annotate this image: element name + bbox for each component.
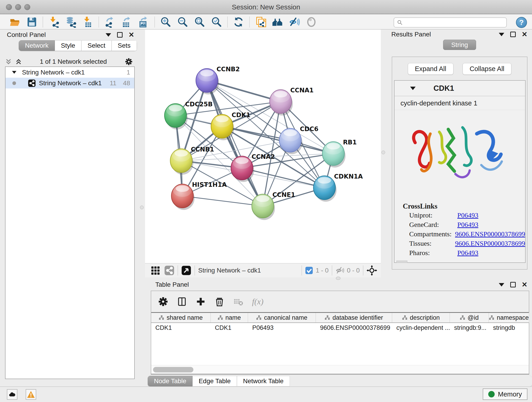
table-panel-menu-icon[interactable] <box>499 283 504 287</box>
table-options-gear-icon[interactable] <box>158 297 168 307</box>
tab-select[interactable]: Select <box>81 40 112 51</box>
crosslink-link[interactable]: 9606.ENSP00000378699 <box>455 240 525 247</box>
warning-button[interactable] <box>26 389 36 400</box>
control-panel-close-icon[interactable]: ✕ <box>128 32 134 38</box>
network-collection-row[interactable]: String Network – cdk1 1 <box>6 67 134 78</box>
table-cell[interactable]: CDK1 <box>151 323 211 333</box>
control-panel-menu-icon[interactable] <box>106 33 111 37</box>
table-panel-close-icon[interactable]: ✕ <box>522 282 527 287</box>
cloud-button[interactable] <box>7 389 17 400</box>
save-session-icon[interactable] <box>25 16 39 28</box>
network-node-CDK1[interactable] <box>211 114 234 140</box>
network-node-CDKN1A[interactable] <box>313 176 336 202</box>
crosslink-link[interactable]: P06493 <box>457 211 478 219</box>
open-session-icon[interactable] <box>8 16 22 28</box>
scrollbar-nub[interactable] <box>396 261 407 263</box>
network-row[interactable]: String Network – cdk1 11 48 <box>6 78 134 89</box>
results-panel-close-icon[interactable]: ✕ <box>522 32 527 37</box>
crosslink-link[interactable]: P06493 <box>457 221 478 229</box>
titlebar[interactable]: Session: New Session <box>0 0 532 14</box>
show-columns-icon[interactable] <box>177 297 187 307</box>
network-node-HIST1H1A[interactable] <box>171 184 195 210</box>
redraw-graph-icon[interactable] <box>231 16 246 28</box>
column-header-name[interactable]: name <box>211 313 248 322</box>
tab-edge-table[interactable]: Edge Table <box>192 376 237 386</box>
tab-node-table[interactable]: Node Table <box>148 376 192 386</box>
scrollbar-thumb[interactable] <box>153 367 193 372</box>
left-splitter-handle[interactable] <box>140 206 144 209</box>
control-panel-float-icon[interactable] <box>117 32 123 38</box>
zoom-fit-icon[interactable] <box>192 16 207 28</box>
column-header-canonical-name[interactable]: canonical name <box>248 313 316 322</box>
zoom-selected-icon[interactable] <box>209 16 224 28</box>
right-splitter-handle[interactable] <box>381 151 385 154</box>
memory-button[interactable]: Memory <box>483 389 527 400</box>
collapse-all-networks-icon[interactable] <box>5 58 12 65</box>
network-label: String Network – cdk1 <box>39 80 102 87</box>
gene-expander-icon[interactable] <box>410 87 416 90</box>
table-cell[interactable]: 9606.ENSP00000378699 <box>316 323 392 333</box>
table-cell[interactable]: stringdb <box>489 323 529 333</box>
tab-network-table[interactable]: Network Table <box>237 376 290 386</box>
network-canvas[interactable]: CCNB2CCNA1CDC25BCDK1CDC6RB1CCNB1CCNA2CDK… <box>145 30 381 263</box>
network-node-CCNE1[interactable] <box>252 194 275 220</box>
search-input[interactable] <box>405 19 506 26</box>
network-node-CDC6[interactable] <box>279 128 302 154</box>
network-node-CCNA2[interactable] <box>231 156 254 182</box>
delete-column-icon[interactable] <box>215 297 225 307</box>
column-header-@id[interactable]: @id <box>450 313 489 322</box>
network-options-gear-icon[interactable] <box>125 57 133 66</box>
network-node-CCNA1[interactable] <box>270 89 293 115</box>
tab-string-results[interactable]: String <box>443 40 476 50</box>
table-horizontal-scrollbar[interactable] <box>151 365 529 374</box>
help-button[interactable]: ? <box>516 17 527 28</box>
export-table-icon[interactable] <box>120 16 134 28</box>
horizontal-splitter-handle[interactable] <box>336 277 341 280</box>
column-header-description[interactable]: description <box>392 313 450 322</box>
show-all-icon[interactable] <box>304 16 318 28</box>
table-row[interactable]: CDK1CDK1P064939606.ENSP00000378699cyclin… <box>151 323 529 333</box>
results-panel-menu-icon[interactable] <box>499 33 504 36</box>
crosslink-link[interactable]: P06493 <box>457 249 478 257</box>
collection-expander-icon[interactable] <box>12 71 16 74</box>
table-panel-float-icon[interactable] <box>510 282 516 287</box>
table-cell[interactable]: CDK1 <box>211 323 248 333</box>
export-image-icon[interactable] <box>137 16 151 28</box>
search-field[interactable] <box>394 17 507 27</box>
selected-checkbox-icon[interactable] <box>305 267 313 274</box>
column-header-database-identifier[interactable]: database identifier <box>316 313 392 322</box>
string-view-icon[interactable] <box>164 265 174 275</box>
gene-section-header[interactable]: CDK1 <box>394 81 525 96</box>
collapse-all-button[interactable]: Collapse All <box>462 63 512 75</box>
crosslink-link[interactable]: 9606.ENSP00000378699 <box>455 230 525 238</box>
fit-content-crosshair-icon[interactable] <box>367 265 377 276</box>
network-node-CDC25B[interactable] <box>165 104 188 129</box>
export-network-icon[interactable] <box>103 16 117 28</box>
table-cell[interactable]: cyclin-dependent ... <box>392 323 450 333</box>
expand-all-networks-icon[interactable] <box>15 58 22 65</box>
results-panel-float-icon[interactable] <box>510 32 516 37</box>
import-network-database-icon[interactable] <box>64 16 78 28</box>
birds-eye-view-icon[interactable] <box>181 265 191 275</box>
grid-view-icon[interactable] <box>151 266 160 275</box>
network-node-RB1[interactable] <box>322 142 346 167</box>
string-home-icon[interactable] <box>270 16 285 28</box>
zoom-out-icon[interactable] <box>176 16 190 28</box>
tab-network[interactable]: Network <box>19 40 55 51</box>
clone-network-icon[interactable] <box>253 16 268 28</box>
table-cell[interactable]: P06493 <box>248 323 316 333</box>
tab-sets[interactable]: Sets <box>112 40 137 51</box>
expand-all-button[interactable]: Expand All <box>408 63 453 75</box>
import-table-file-icon[interactable] <box>81 16 95 28</box>
table-cell[interactable]: stringdb:9... <box>450 323 489 333</box>
column-header-shared-name[interactable]: shared name <box>151 313 211 322</box>
network-node-label-HIST1H1A: HIST1H1A <box>192 181 227 188</box>
table-toolbar: f(x) <box>151 291 529 312</box>
import-network-file-icon[interactable] <box>47 16 61 28</box>
column-header-namespace[interactable]: namespace <box>489 313 529 322</box>
tab-style[interactable]: Style <box>55 40 81 51</box>
zoom-in-icon[interactable] <box>158 16 173 28</box>
add-column-icon[interactable] <box>196 297 206 307</box>
hide-selected-icon[interactable] <box>287 16 302 28</box>
network-node-CCNB2[interactable] <box>196 69 219 95</box>
